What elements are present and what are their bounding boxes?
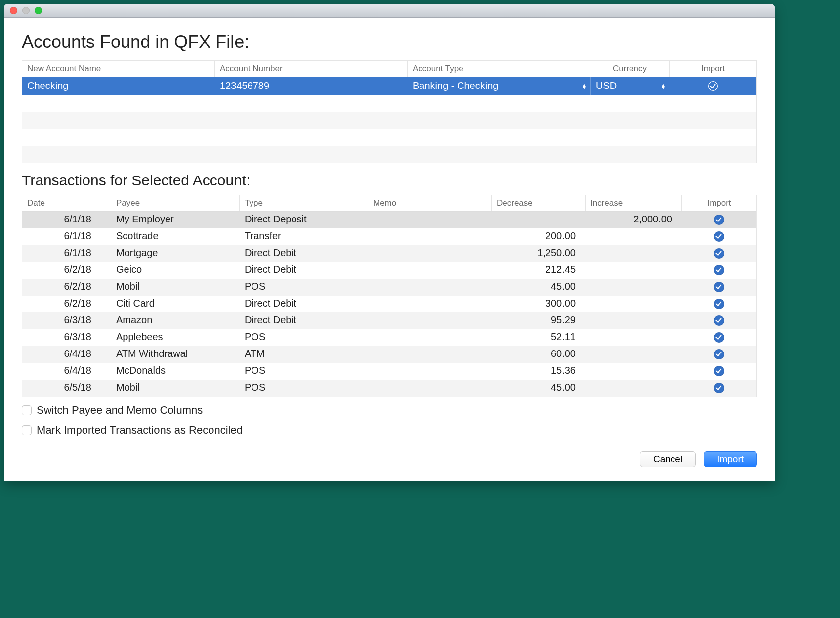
header-memo[interactable]: Memo [368, 195, 492, 211]
payee-cell: Mobil [111, 279, 240, 296]
memo-cell [368, 212, 492, 228]
import-cell[interactable] [682, 212, 756, 228]
table-row[interactable]: 6/2/18Citi CardDirect Debit300.00 [22, 296, 756, 312]
payee-cell: ATM Withdrawal [111, 346, 240, 363]
payee-cell: Mortgage [111, 245, 240, 262]
type-cell: Direct Deposit [240, 212, 368, 228]
table-row[interactable]: 6/4/18McDonaldsPOS15.36 [22, 363, 756, 380]
maximize-icon[interactable] [35, 7, 42, 14]
header-type[interactable]: Type [240, 195, 368, 211]
table-row[interactable]: 6/1/18ScottradeTransfer200.00 [22, 228, 756, 245]
increase-cell [586, 346, 682, 363]
import-cell[interactable] [682, 228, 756, 245]
decrease-cell [492, 212, 586, 228]
minimize-icon [22, 7, 30, 14]
payee-cell: Scottrade [111, 228, 240, 245]
memo-cell [368, 312, 492, 329]
account-import-cell[interactable] [670, 77, 756, 95]
account-name-cell[interactable]: Checking [22, 77, 215, 95]
close-icon[interactable] [10, 7, 17, 14]
table-row[interactable]: 6/3/18AmazonDirect Debit95.29 [22, 312, 756, 329]
table-row[interactable]: 6/3/18ApplebeesPOS52.11 [22, 329, 756, 346]
mark-reconciled-option[interactable]: Mark Imported Transactions as Reconciled [22, 424, 757, 437]
decrease-cell: 52.11 [492, 329, 586, 346]
check-icon[interactable] [714, 215, 724, 225]
import-cell[interactable] [682, 329, 756, 346]
type-cell: Transfer [240, 228, 368, 245]
payee-cell: Geico [111, 262, 240, 279]
check-icon[interactable] [714, 265, 724, 275]
type-cell: POS [240, 329, 368, 346]
increase-cell [586, 329, 682, 346]
import-button[interactable]: Import [704, 451, 757, 467]
decrease-cell: 45.00 [492, 279, 586, 296]
table-row[interactable]: 6/2/18GeicoDirect Debit212.45 [22, 262, 756, 279]
header-import[interactable]: Import [682, 195, 756, 211]
account-number-cell[interactable]: 123456789 [215, 77, 408, 95]
check-icon[interactable] [714, 248, 724, 259]
accounts-body: Checking 123456789 Banking - Checking ▲▼… [22, 77, 756, 163]
check-icon[interactable] [714, 231, 724, 242]
import-cell[interactable] [682, 363, 756, 380]
header-currency[interactable]: Currency [590, 61, 670, 77]
header-account-number[interactable]: Account Number [215, 61, 408, 77]
date-cell: 6/4/18 [22, 363, 111, 380]
payee-cell: My Employer [111, 212, 240, 228]
table-row [22, 146, 756, 163]
header-increase[interactable]: Increase [586, 195, 682, 211]
check-icon[interactable] [714, 282, 724, 292]
import-cell[interactable] [682, 346, 756, 363]
check-icon[interactable] [714, 315, 724, 326]
check-icon[interactable] [708, 81, 718, 91]
header-account-name[interactable]: New Account Name [22, 61, 215, 77]
header-decrease[interactable]: Decrease [492, 195, 586, 211]
table-row[interactable]: 6/1/18MortgageDirect Debit1,250.00 [22, 245, 756, 262]
titlebar[interactable] [4, 4, 775, 18]
updown-icon[interactable]: ▲▼ [582, 84, 587, 89]
header-date[interactable]: Date [22, 195, 111, 211]
checkbox-icon[interactable] [22, 405, 32, 415]
cancel-button[interactable]: Cancel [640, 451, 696, 467]
check-icon[interactable] [714, 366, 724, 376]
updown-icon[interactable]: ▲▼ [661, 84, 666, 89]
import-cell[interactable] [682, 296, 756, 312]
type-cell: POS [240, 363, 368, 380]
import-dialog: Accounts Found in QFX File: New Account … [4, 4, 775, 481]
check-icon[interactable] [714, 299, 724, 309]
account-row[interactable]: Checking 123456789 Banking - Checking ▲▼… [22, 77, 756, 95]
type-cell: Direct Debit [240, 245, 368, 262]
increase-cell [586, 363, 682, 380]
checkbox-icon[interactable] [22, 425, 32, 435]
type-cell: ATM [240, 346, 368, 363]
check-icon[interactable] [714, 349, 724, 359]
decrease-cell: 95.29 [492, 312, 586, 329]
increase-cell [586, 296, 682, 312]
import-cell[interactable] [682, 262, 756, 279]
import-cell[interactable] [682, 279, 756, 296]
switch-columns-option[interactable]: Switch Payee and Memo Columns [22, 404, 757, 417]
import-cell[interactable] [682, 245, 756, 262]
table-row[interactable]: 6/2/18MobilPOS45.00 [22, 279, 756, 296]
import-cell[interactable] [682, 380, 756, 397]
increase-cell [586, 228, 682, 245]
account-type-value: Banking - Checking [413, 80, 498, 91]
table-row[interactable]: 6/1/18My EmployerDirect Deposit2,000.00 [22, 212, 756, 228]
header-account-type[interactable]: Account Type [408, 61, 590, 77]
check-icon[interactable] [714, 383, 724, 393]
import-cell[interactable] [682, 312, 756, 329]
header-payee[interactable]: Payee [111, 195, 240, 211]
accounts-header: New Account Name Account Number Account … [22, 61, 756, 77]
switch-columns-label: Switch Payee and Memo Columns [37, 404, 203, 417]
date-cell: 6/5/18 [22, 380, 111, 397]
memo-cell [368, 245, 492, 262]
account-type-cell[interactable]: Banking - Checking ▲▼ [408, 77, 590, 95]
account-currency-cell[interactable]: USD ▲▼ [590, 77, 670, 95]
table-row[interactable]: 6/5/18MobilPOS45.00 [22, 380, 756, 397]
check-icon[interactable] [714, 332, 724, 343]
payee-cell: Citi Card [111, 296, 240, 312]
decrease-cell: 300.00 [492, 296, 586, 312]
header-import[interactable]: Import [670, 61, 756, 77]
content: Accounts Found in QFX File: New Account … [4, 18, 775, 481]
table-row[interactable]: 6/4/18ATM WithdrawalATM60.00 [22, 346, 756, 363]
increase-cell [586, 312, 682, 329]
